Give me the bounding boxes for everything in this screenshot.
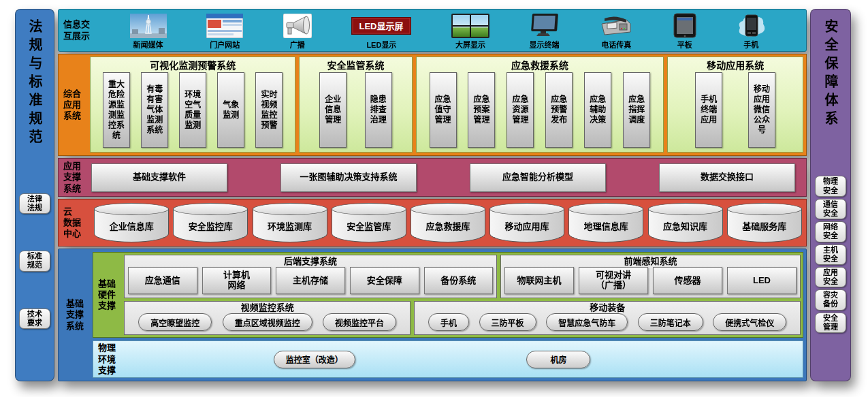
database-cylinder: 企业信息库 xyxy=(94,203,169,242)
hardware-box: LED xyxy=(727,267,797,294)
application-layer-label: 综合 应用 系统 xyxy=(59,54,90,155)
right-bar-chip: 物理 安全 xyxy=(815,176,846,196)
info-item-led-display: LED显示屏 LED显示 xyxy=(351,13,411,50)
info-item-mobile-phone: 手机 xyxy=(736,13,766,50)
hardware-box: 计算机 网络 xyxy=(202,267,272,294)
info-item-label: LED显示 xyxy=(366,39,396,50)
led-sign-icon: LED显示屏 xyxy=(351,13,411,38)
equipment-pill: 视频监控平台 xyxy=(323,313,396,331)
info-item-broadcast: 广播 xyxy=(283,13,312,50)
cylinder-top xyxy=(648,203,723,215)
megaphone-icon xyxy=(283,13,312,38)
app-system-box: 企业信息管理 xyxy=(319,72,347,148)
tablet-icon xyxy=(673,13,696,38)
section-video-surveillance: 视频监控系统 高空瞭望监控重点区域视频监控视频监控平台 xyxy=(124,301,411,335)
hardware-support-label: 基础 硬件 支撑 xyxy=(95,255,124,335)
right-bar-chip: 网络 安全 xyxy=(815,221,846,242)
application-layer: 综合 应用 系统 可视化监测预警系统 重大危险源监测监控系统有毒有害气体监测系统… xyxy=(58,54,807,156)
section-frontend-sensing: 前端感知系统 物联网主机可视对讲 （广播）传感器LED xyxy=(500,255,801,298)
database-cylinder: 应急救援库 xyxy=(411,203,485,242)
support-box: 应急智能分析模型 xyxy=(470,163,606,192)
info-display-items: 新闻媒体 门户网站 xyxy=(90,10,806,51)
app-system-box: 应急指挥调度 xyxy=(623,72,650,148)
right-bar-chip: 通信 安全 xyxy=(815,199,846,219)
section-mobile-equipment: 移动装备 手机三防平板智慧应急气防车三防笔记本便携式气检仪 xyxy=(414,301,801,335)
info-item-label: 手机 xyxy=(743,39,758,50)
cloud-data-center: 云 数据 中心 企业信息库 安全监控库 xyxy=(58,199,807,247)
group-emergency-rescue: 应急救援系统 应急值守管理应急预案管理应急资源管理应急预警发布应急辅助决策应急指… xyxy=(416,57,664,153)
info-item-tablet: 平板 xyxy=(673,13,696,50)
section-title: 后端支撑系统 xyxy=(128,256,493,267)
database-cylinder: 安全监管库 xyxy=(332,203,406,242)
left-bar-laws-standards: 法规与标准规范 法律 法规 标准 规范 技术 要求 xyxy=(15,9,54,381)
left-bar-title: 法规与标准规范 xyxy=(28,19,42,148)
database-cylinder: 应急知识库 xyxy=(648,203,723,242)
app-system-box: 环境空气质量监测 xyxy=(179,72,206,148)
hardware-box: 传感器 xyxy=(653,267,722,294)
left-bar-items: 法律 法规 标准 规范 技术 要求 xyxy=(19,193,50,381)
desktop-monitor-icon xyxy=(530,13,560,38)
app-system-box: 重大危险源监测监控系统 xyxy=(103,72,130,148)
cylinder-top xyxy=(253,203,327,215)
equipment-pill: 重点区域视频监控 xyxy=(223,313,312,331)
video-wall-icon xyxy=(451,13,489,38)
equipment-pill: 三防笔记本 xyxy=(638,313,703,331)
info-item-phone-fax: 电话传真 xyxy=(599,13,633,50)
group-items: 手机终端应用移动应用微信公众号 xyxy=(668,72,803,152)
hardware-box: 主机存储 xyxy=(276,267,345,294)
led-sign-text: LED显示屏 xyxy=(359,21,404,31)
info-item-portal-site: 门户网站 xyxy=(206,13,243,50)
database-cylinder: 地理信息库 xyxy=(568,203,643,242)
cylinder-top xyxy=(568,203,643,215)
physical-environment-box: 物理 环境 支撑 监控室（改造） 机房 xyxy=(93,340,803,378)
section-backend-support: 后端支撑系统 应急通信计算机 网络主机存储安全保障备份系统 xyxy=(124,255,497,298)
info-item-label: 门户网站 xyxy=(210,39,240,50)
equipment-pill: 便携式气检仪 xyxy=(713,313,786,331)
app-system-box: 气象监测 xyxy=(217,72,244,148)
cloud-layer-label: 云 数据 中心 xyxy=(59,200,90,246)
section-items: 高空瞭望监控重点区域视频监控视频监控平台 xyxy=(128,313,406,331)
right-bar-security-system: 安全保障体系 物理 安全 通信 安全 网络 安全 主机 安全 应用 安全 容灾 … xyxy=(810,9,851,381)
group-items: 企业信息管理隐患排查治理 xyxy=(300,72,411,152)
info-display-label: 信息交 互展示 xyxy=(59,10,90,51)
cylinder-top xyxy=(411,203,485,215)
support-box: 数据交换接口 xyxy=(659,163,795,192)
info-item-news-media: 新闻媒体 xyxy=(130,13,167,50)
hardware-box: 应急通信 xyxy=(128,267,197,294)
database-label: 环境监测库 xyxy=(253,219,327,232)
left-bar-chip: 技术 要求 xyxy=(19,308,50,329)
support-items: 基础支撑软件一张图辅助决策支持系统应急智能分析模型数据交换接口 xyxy=(90,159,806,196)
support-box: 基础支撑软件 xyxy=(91,163,227,192)
left-bar-chip: 标准 规范 xyxy=(19,251,50,271)
right-bar-chip: 应用 安全 xyxy=(815,267,846,287)
tv-tower-photo-icon xyxy=(130,13,167,38)
info-item-display-terminal: 显示终端 xyxy=(530,13,560,50)
section-title: 移动装备 xyxy=(418,302,797,313)
info-item-label: 电话传真 xyxy=(601,39,631,50)
infrastructure-layer: 基础 支撑 系统 基础 硬件 支撑 后端支撑系统 应急通信计算机 网络主机存储安… xyxy=(58,249,807,381)
right-bar-chip: 安全 管理 xyxy=(815,313,846,333)
info-item-label: 大屏显示 xyxy=(455,39,485,50)
database-label: 基础服务库 xyxy=(727,219,802,232)
database-label: 应急救援库 xyxy=(411,219,485,232)
info-display-bar: 信息交 互展示 xyxy=(58,9,807,52)
database-cylinder: 移动应用库 xyxy=(489,203,564,242)
group-title: 安全监管系统 xyxy=(300,57,411,72)
app-system-box: 实时视频监控预警 xyxy=(255,72,283,148)
section-items: 物联网主机可视对讲 （广播）传感器LED xyxy=(504,267,797,294)
cylinder-top xyxy=(94,203,169,215)
info-item-label: 广播 xyxy=(290,39,305,50)
infrastructure-content: 基础 硬件 支撑 后端支撑系统 应急通信计算机 网络主机存储安全保障备份系统 前… xyxy=(93,252,803,378)
group-title: 应急救援系统 xyxy=(417,57,664,72)
app-system-box: 应急预警发布 xyxy=(545,72,573,148)
group-visual-monitoring: 可视化监测预警系统 重大危险源监测监控系统有毒有害气体监测系统环境空气质量监测气… xyxy=(90,57,295,153)
support-box: 一张图辅助决策支持系统 xyxy=(280,163,417,192)
info-item-label: 平板 xyxy=(677,39,692,50)
database-cylinder: 安全监控库 xyxy=(173,203,248,242)
hardware-box: 备份系统 xyxy=(424,267,494,294)
app-system-box: 应急预案管理 xyxy=(468,72,495,148)
group-mobile-application: 移动应用系统 手机终端应用移动应用微信公众号 xyxy=(667,57,803,153)
hardware-box: 可视对讲 （广播） xyxy=(579,267,648,294)
architecture-diagram: 法规与标准规范 法律 法规 标准 规范 技术 要求 信息交 互展示 xyxy=(15,9,851,381)
app-system-box: 有毒有害气体监测系统 xyxy=(141,72,168,148)
